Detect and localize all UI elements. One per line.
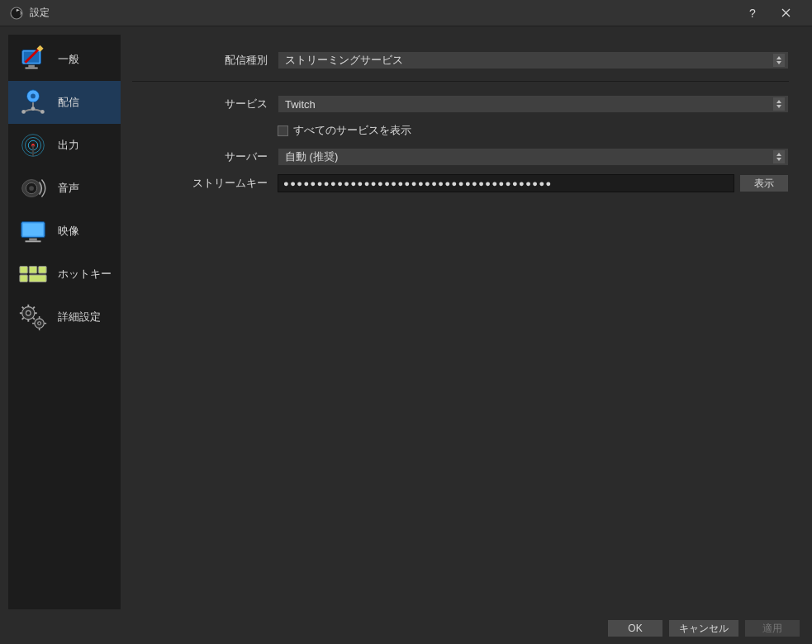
cancel-button[interactable]: キャンセル bbox=[668, 619, 739, 637]
settings-sidebar: 一般 配信 bbox=[8, 35, 121, 609]
svg-line-35 bbox=[22, 307, 24, 309]
svg-rect-22 bbox=[29, 239, 37, 241]
stream-icon bbox=[17, 86, 50, 119]
stream-type-combo[interactable]: ストリーミングサービス bbox=[278, 51, 789, 69]
apply-button[interactable]: 適用 bbox=[744, 619, 800, 637]
sidebar-item-label: 詳細設定 bbox=[58, 310, 101, 324]
video-icon bbox=[17, 215, 50, 248]
sidebar-item-hotkeys[interactable]: ホットキー bbox=[8, 253, 121, 296]
help-button[interactable]: ? bbox=[736, 0, 769, 26]
titlebar: 設定 ? bbox=[0, 0, 812, 26]
svg-rect-28 bbox=[29, 275, 46, 282]
close-button[interactable] bbox=[769, 0, 802, 26]
general-icon bbox=[17, 43, 50, 76]
service-label: サービス bbox=[132, 97, 278, 111]
svg-point-9 bbox=[21, 110, 26, 114]
sidebar-item-label: 一般 bbox=[58, 52, 79, 67]
server-value: 自動 (推奨) bbox=[285, 149, 338, 164]
ok-button[interactable]: OK bbox=[607, 619, 663, 637]
sidebar-item-audio[interactable]: 音声 bbox=[8, 167, 121, 210]
settings-content: 配信種別 ストリーミングサービス サービス Twitch bbox=[121, 35, 804, 609]
chevron-updown-icon bbox=[773, 54, 785, 67]
svg-rect-4 bbox=[26, 68, 38, 69]
svg-point-19 bbox=[29, 186, 34, 191]
chevron-updown-icon bbox=[773, 150, 785, 163]
svg-line-36 bbox=[33, 318, 35, 320]
sidebar-item-label: 映像 bbox=[58, 224, 79, 239]
svg-point-10 bbox=[40, 110, 45, 114]
stream-key-label: ストリームキー bbox=[132, 176, 278, 191]
svg-rect-16 bbox=[32, 145, 34, 156]
svg-rect-3 bbox=[28, 65, 35, 68]
sidebar-item-label: ホットキー bbox=[58, 267, 112, 282]
server-label: サーバー bbox=[132, 149, 278, 164]
svg-rect-25 bbox=[29, 267, 37, 274]
output-icon bbox=[17, 129, 50, 162]
svg-point-40 bbox=[38, 322, 41, 325]
service-combo[interactable]: Twitch bbox=[278, 95, 789, 113]
show-all-checkbox-row[interactable]: すべてのサービスを表示 bbox=[278, 123, 411, 138]
sidebar-item-label: 配信 bbox=[58, 95, 79, 110]
service-value: Twitch bbox=[285, 98, 316, 111]
chevron-updown-icon bbox=[773, 97, 785, 111]
sidebar-item-video[interactable]: 映像 bbox=[8, 210, 121, 253]
obs-icon bbox=[10, 7, 23, 20]
server-combo[interactable]: 自動 (推奨) bbox=[278, 148, 789, 166]
hotkey-icon bbox=[17, 258, 50, 291]
advanced-icon bbox=[17, 301, 50, 334]
stream-key-value: ●●●●●●●●●●●●●●●●●●●●●●●●●●●●●●●●●●●●●●●● bbox=[283, 178, 553, 188]
show-all-checkbox[interactable] bbox=[278, 125, 288, 136]
svg-rect-24 bbox=[20, 267, 27, 274]
sidebar-item-output[interactable]: 出力 bbox=[8, 124, 121, 167]
sidebar-item-general[interactable]: 一般 bbox=[8, 38, 121, 81]
sidebar-item-stream[interactable]: 配信 bbox=[8, 81, 121, 124]
dialog-footer: OK キャンセル 適用 bbox=[0, 613, 812, 644]
svg-point-11 bbox=[31, 107, 36, 111]
svg-point-8 bbox=[31, 94, 36, 99]
show-key-button[interactable]: 表示 bbox=[739, 174, 789, 192]
svg-rect-23 bbox=[26, 240, 41, 242]
window-title: 設定 bbox=[30, 6, 50, 20]
svg-rect-21 bbox=[23, 224, 44, 236]
stream-type-value: ストリーミングサービス bbox=[285, 53, 403, 68]
sidebar-item-advanced[interactable]: 詳細設定 bbox=[8, 296, 121, 339]
svg-line-38 bbox=[22, 318, 24, 320]
svg-line-37 bbox=[33, 307, 35, 309]
sidebar-item-label: 音声 bbox=[58, 181, 79, 196]
svg-point-30 bbox=[26, 310, 31, 315]
sidebar-item-label: 出力 bbox=[58, 138, 79, 153]
stream-type-label: 配信種別 bbox=[132, 53, 278, 68]
section-divider bbox=[132, 81, 789, 82]
stream-key-input[interactable]: ●●●●●●●●●●●●●●●●●●●●●●●●●●●●●●●●●●●●●●●● bbox=[278, 174, 734, 192]
show-all-label: すべてのサービスを表示 bbox=[293, 123, 411, 138]
svg-rect-27 bbox=[20, 275, 27, 282]
audio-icon bbox=[17, 172, 50, 205]
svg-rect-26 bbox=[39, 267, 47, 274]
